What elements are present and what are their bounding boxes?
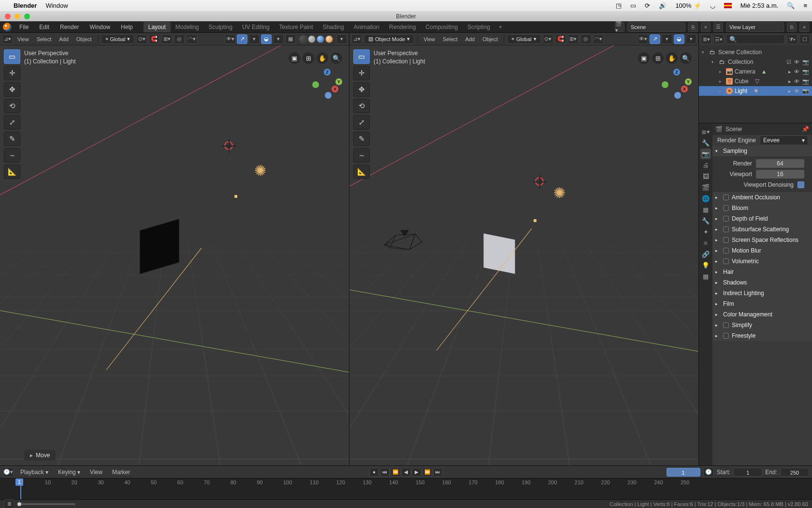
selectable-icon[interactable]: ▸ xyxy=(788,69,791,75)
proptab-object[interactable]: ▦ xyxy=(700,204,711,215)
viewlayer-name-field[interactable]: View Layer xyxy=(726,22,784,32)
scene-delete[interactable]: × xyxy=(701,22,710,32)
header-add[interactable]: Add xyxy=(56,36,72,42)
proptab-data[interactable]: 💡 xyxy=(700,260,711,270)
proportional-falloff[interactable]: ◠▾ xyxy=(187,34,197,44)
timeline-view[interactable]: View xyxy=(87,469,105,476)
outliner-item-cube[interactable]: ▸▽Cube ▽ ▸👁📷 xyxy=(699,76,812,86)
proptab-scene[interactable]: 🎬 xyxy=(700,182,711,193)
halo-zoom-icon[interactable]: 🔍 xyxy=(680,52,692,64)
blender-logo-icon[interactable] xyxy=(3,23,12,31)
header-select[interactable]: Select xyxy=(34,36,55,42)
header-view[interactable]: View xyxy=(14,36,32,42)
next-keyframe[interactable]: ⏩ xyxy=(422,468,432,477)
tool-cursor[interactable]: ✛ xyxy=(353,66,370,80)
disable-render-icon[interactable]: 📷 xyxy=(802,59,809,65)
tool-measure[interactable]: 📐 xyxy=(4,164,20,179)
shading-solid[interactable] xyxy=(308,35,316,43)
traffic-minimize[interactable] xyxy=(14,14,20,19)
traffic-close[interactable] xyxy=(5,14,11,19)
scene-new[interactable]: ⎘ xyxy=(688,22,698,32)
statusbar-editor-type[interactable]: ≣ xyxy=(4,499,14,508)
proportional-edit[interactable]: ◎ xyxy=(580,34,591,44)
statusitem-icon[interactable]: ◳ xyxy=(616,2,622,9)
transform-orientation[interactable]: ⌖ Global ▾ xyxy=(101,34,135,44)
menu-extras-icon[interactable]: ≡ xyxy=(803,2,807,9)
proptab-constraint[interactable]: 🔗 xyxy=(700,249,711,259)
light-object[interactable]: ✺ xyxy=(250,161,270,180)
header-object[interactable]: Object xyxy=(479,36,501,42)
tool-transform[interactable]: ✎ xyxy=(353,132,370,146)
editor-type-selector[interactable]: ⊿▾ xyxy=(351,34,362,44)
volume-icon[interactable]: 🔊 xyxy=(659,2,667,9)
prev-keyframe[interactable]: ⏪ xyxy=(391,468,400,477)
snap-toggle[interactable]: 🧲 xyxy=(555,34,566,44)
tool-select[interactable]: ▭ xyxy=(4,49,20,64)
visibility-options[interactable]: 👁▾ xyxy=(638,34,648,44)
header-view[interactable]: View xyxy=(420,36,438,42)
tool-annotate[interactable]: ～ xyxy=(4,148,20,163)
outliner-search[interactable]: 🔍 xyxy=(726,34,785,44)
workspace-layout[interactable]: Layout xyxy=(144,22,171,32)
input-language[interactable] xyxy=(724,3,732,8)
workspace-compositing[interactable]: Compositing xyxy=(420,22,463,32)
menu-edit[interactable]: Edit xyxy=(34,23,54,31)
menu-window[interactable]: Window xyxy=(85,23,115,31)
frame-end[interactable]: 250 xyxy=(780,468,809,477)
proptab-viewlayer[interactable]: 🖼 xyxy=(700,171,711,181)
panel-depth-of-field[interactable]: ▸Depth of Field xyxy=(712,213,812,224)
tool-annotate[interactable]: ～ xyxy=(353,148,370,163)
cube-object[interactable] xyxy=(475,237,523,285)
tool-move[interactable]: ✥ xyxy=(353,82,370,97)
outliner-new-collection[interactable]: ☐ xyxy=(799,34,810,44)
menubar-app[interactable]: Blender xyxy=(14,2,37,9)
render-engine-select[interactable]: Eevee▾ xyxy=(760,135,808,145)
halo-camera-icon[interactable]: ▣ xyxy=(289,52,300,64)
proptab-physics[interactable]: ⚛ xyxy=(700,238,711,248)
sampling-viewport-field[interactable]: 16 xyxy=(756,170,804,179)
halo-pan-icon[interactable]: ✋ xyxy=(317,52,328,64)
menu-help[interactable]: Help xyxy=(116,23,138,31)
exclude-checkbox[interactable]: ☑ xyxy=(786,59,791,65)
timeline-marker[interactable]: Marker xyxy=(109,469,133,476)
viewlayer-browse[interactable]: ☰ xyxy=(713,22,723,32)
header-add[interactable]: Add xyxy=(463,36,478,42)
overlay-options[interactable]: ▾ xyxy=(686,34,696,44)
viewport-denoising-checkbox[interactable] xyxy=(798,181,804,188)
workspace-sculpting[interactable]: Sculpting xyxy=(204,22,237,32)
disable-render-icon[interactable]: 📷 xyxy=(802,69,809,75)
proptab-output[interactable]: 🖨 xyxy=(700,160,711,170)
snap-toggle[interactable]: 🧲 xyxy=(149,34,160,44)
hide-icon[interactable]: 👁 xyxy=(794,78,799,85)
axis-gizmo[interactable]: ZYX xyxy=(312,69,342,99)
outliner-collection[interactable]: ▾🗀Collection ☑👁📷 xyxy=(699,57,812,67)
pivot-point[interactable]: ⊙▾ xyxy=(136,34,147,44)
proptab-modifier[interactable]: 🔧 xyxy=(700,215,711,226)
hide-icon[interactable]: 👁 xyxy=(794,59,799,65)
scene-browse[interactable]: 🎬▾ xyxy=(615,22,624,32)
outliner-editor-type[interactable]: ≣▾ xyxy=(701,34,711,44)
disable-render-icon[interactable]: 📷 xyxy=(802,88,809,94)
hide-icon[interactable]: 👁 xyxy=(794,88,799,94)
gizmo-options[interactable]: ▾ xyxy=(662,34,672,44)
panel-shadows[interactable]: ▸Shadows xyxy=(712,277,812,288)
frame-current[interactable]: 1 xyxy=(667,468,700,477)
halo-zoom-icon[interactable]: 🔍 xyxy=(331,52,342,64)
statusbar-slider[interactable] xyxy=(17,503,75,505)
snap-options[interactable]: ⊞▾ xyxy=(161,34,172,44)
timeline-playback[interactable]: Playback ▾ xyxy=(17,469,51,476)
tool-rotate[interactable]: ⟲ xyxy=(4,99,20,113)
axis-gizmo[interactable]: ZYX xyxy=(662,69,692,99)
workspace-modeling[interactable]: Modeling xyxy=(171,22,204,32)
menubar-window[interactable]: Window xyxy=(45,2,68,9)
overlay-options[interactable]: ▾ xyxy=(273,34,284,44)
play[interactable]: ▶ xyxy=(412,468,421,477)
tool-move[interactable]: ✥ xyxy=(4,82,20,97)
proptab-render[interactable]: 📷 xyxy=(700,149,711,159)
pin-icon[interactable]: 📌 xyxy=(802,126,809,133)
battery-indicator[interactable]: 100% ⚡ xyxy=(675,2,701,9)
shading-lookdev[interactable] xyxy=(317,35,324,43)
viewlayer-new[interactable]: ⎘ xyxy=(787,22,797,32)
gizmo-toggle[interactable]: ↗ xyxy=(237,34,247,44)
camera-object[interactable] xyxy=(381,230,425,254)
